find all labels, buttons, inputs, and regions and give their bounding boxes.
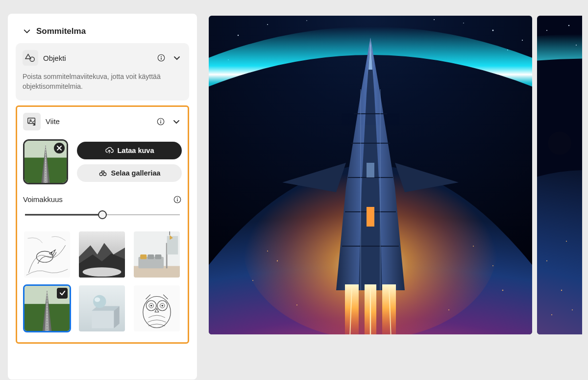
svg-point-95 bbox=[548, 131, 571, 155]
result-image-main[interactable] bbox=[209, 16, 532, 334]
svg-point-102 bbox=[568, 25, 569, 26]
svg-rect-33 bbox=[167, 236, 178, 254]
svg-point-96 bbox=[546, 260, 547, 261]
upload-label: Lataa kuva bbox=[118, 147, 154, 154]
svg-point-58 bbox=[492, 30, 494, 31]
browse-gallery-button[interactable]: Selaa galleriaa bbox=[77, 164, 182, 182]
section-title: Sommitelma bbox=[36, 26, 86, 36]
browse-label: Selaa galleriaa bbox=[111, 169, 161, 177]
svg-rect-19 bbox=[24, 231, 70, 278]
svg-rect-8 bbox=[160, 121, 161, 124]
object-card-header[interactable]: Objekti bbox=[23, 50, 182, 66]
svg-point-63 bbox=[434, 19, 435, 20]
info-icon[interactable] bbox=[155, 117, 166, 126]
info-icon[interactable] bbox=[156, 52, 167, 63]
strength-slider[interactable] bbox=[25, 210, 180, 220]
slider-thumb[interactable] bbox=[98, 210, 107, 219]
svg-point-7 bbox=[160, 120, 161, 121]
svg-rect-30 bbox=[147, 254, 154, 259]
svg-point-2 bbox=[161, 56, 162, 57]
svg-rect-18 bbox=[177, 199, 178, 202]
svg-point-14 bbox=[99, 173, 102, 176]
svg-point-53 bbox=[162, 304, 163, 306]
svg-point-17 bbox=[177, 198, 178, 199]
svg-point-99 bbox=[551, 314, 552, 315]
gallery-grid bbox=[23, 230, 182, 332]
gallery-thumb-mountain[interactable] bbox=[78, 230, 126, 279]
object-hint: Poista sommitelmaviitekuva, jotta voit k… bbox=[23, 72, 182, 92]
reference-header[interactable]: Viite bbox=[23, 113, 182, 130]
image-reference-icon bbox=[23, 113, 41, 130]
chevron-down-icon bbox=[24, 28, 30, 35]
svg-rect-86 bbox=[367, 207, 374, 227]
svg-rect-29 bbox=[140, 254, 147, 259]
svg-point-25 bbox=[83, 267, 122, 277]
results-area bbox=[209, 14, 582, 335]
info-icon[interactable] bbox=[173, 195, 182, 204]
section-header[interactable]: Sommitelma bbox=[16, 25, 189, 43]
gallery-thumb-bird[interactable] bbox=[23, 230, 71, 279]
gallery-thumb-owl[interactable] bbox=[133, 284, 181, 332]
svg-rect-31 bbox=[155, 254, 161, 259]
svg-point-71 bbox=[502, 290, 504, 291]
svg-point-67 bbox=[277, 260, 278, 261]
svg-point-44 bbox=[93, 295, 106, 307]
object-card: Objekti Poista sommitelmaviitekuva, jott… bbox=[16, 43, 189, 101]
object-label: Objekti bbox=[43, 54, 151, 62]
svg-rect-3 bbox=[161, 57, 162, 60]
sidebar-panel: Sommitelma Objekti Poista sommitelmaviit… bbox=[8, 14, 197, 380]
svg-point-64 bbox=[522, 40, 523, 41]
svg-point-68 bbox=[252, 280, 253, 281]
svg-rect-41 bbox=[92, 310, 114, 328]
upload-image-button[interactable]: Lataa kuva bbox=[77, 142, 182, 159]
svg-point-73 bbox=[448, 309, 449, 310]
svg-point-100 bbox=[566, 241, 567, 242]
result-image-next[interactable] bbox=[537, 16, 582, 334]
chevron-down-icon[interactable] bbox=[172, 52, 182, 63]
svg-point-103 bbox=[576, 45, 577, 46]
gallery-thumb-geo[interactable] bbox=[78, 284, 126, 332]
svg-point-97 bbox=[561, 290, 562, 291]
cloud-upload-icon bbox=[105, 146, 114, 155]
gallery-thumb-room[interactable] bbox=[133, 230, 181, 279]
shapes-icon bbox=[23, 50, 38, 66]
reference-label: Viite bbox=[46, 117, 150, 126]
svg-point-21 bbox=[51, 252, 52, 253]
svg-point-69 bbox=[473, 246, 474, 247]
svg-point-101 bbox=[546, 30, 547, 31]
gallery-thumb-road[interactable] bbox=[23, 284, 71, 332]
close-icon[interactable] bbox=[54, 143, 65, 153]
svg-point-0 bbox=[30, 57, 34, 61]
svg-point-15 bbox=[103, 173, 106, 176]
check-icon bbox=[57, 288, 68, 299]
svg-point-57 bbox=[267, 24, 268, 25]
reference-thumbnail[interactable] bbox=[23, 139, 68, 184]
svg-point-72 bbox=[296, 304, 297, 305]
reference-section: Viite bbox=[16, 105, 189, 344]
svg-point-62 bbox=[306, 20, 307, 21]
strength-label: Voimakkuus bbox=[23, 195, 63, 203]
chevron-down-icon[interactable] bbox=[171, 118, 182, 126]
svg-point-66 bbox=[267, 251, 268, 252]
strength-row: Voimakkuus bbox=[23, 195, 182, 204]
svg-point-52 bbox=[150, 304, 152, 306]
svg-point-70 bbox=[492, 265, 493, 266]
svg-point-45 bbox=[95, 297, 100, 302]
svg-point-98 bbox=[572, 309, 573, 310]
svg-point-61 bbox=[463, 23, 464, 24]
svg-rect-87 bbox=[367, 163, 374, 177]
svg-point-56 bbox=[238, 35, 239, 36]
binoculars-icon bbox=[98, 169, 107, 177]
